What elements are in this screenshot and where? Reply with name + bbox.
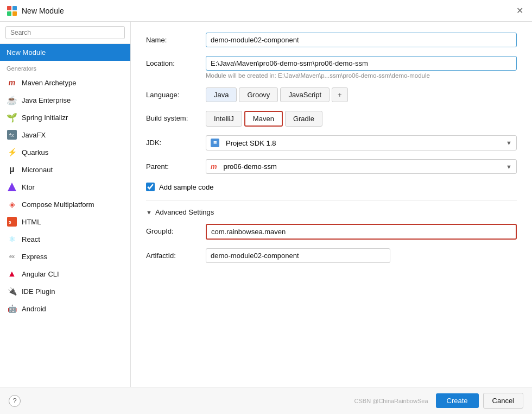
svg-rect-1 — [12, 6, 17, 10]
sidebar-item-react[interactable]: ⚛ React — [0, 230, 130, 248]
add-sample-checkbox[interactable] — [146, 183, 155, 191]
jdk-control: ☰ Project SDK 1.8 ▼ — [206, 135, 517, 150]
sidebar-item-compose-multiplatform[interactable]: ◈ Compose Multiplatform — [0, 196, 130, 213]
sidebar-item-android[interactable]: 🤖 Android — [0, 300, 130, 317]
sidebar-label-spring-initializr: Spring Initializr — [22, 114, 68, 122]
name-control — [206, 33, 517, 47]
micronaut-icon: μ — [7, 164, 17, 175]
artifactid-row: ArtifactId: — [146, 248, 517, 263]
add-sample-label[interactable]: Add sample code — [159, 183, 213, 191]
language-btn-group: Java Groovy JavaScript + — [206, 87, 517, 102]
sidebar-item-javafx[interactable]: fx JavaFX — [0, 126, 130, 143]
ide-plugin-icon: 🔌 — [7, 286, 17, 297]
sidebar-selected-item[interactable]: New Module — [0, 44, 130, 61]
watermark-text: CSBN @ChinaRainbowSea — [354, 398, 428, 404]
groupid-label: GroupId: — [146, 224, 206, 235]
name-input[interactable] — [206, 33, 517, 47]
language-control: Java Groovy JavaScript + — [206, 87, 517, 102]
sidebar-label-compose: Compose Multiplatform — [22, 200, 94, 209]
sample-code-row: Add sample code — [146, 183, 517, 191]
sidebar-item-java-enterprise[interactable]: ☕ Java Enterprise — [0, 91, 130, 109]
svg-text:fx: fx — [9, 133, 14, 138]
sidebar-item-ktor[interactable]: Ktor — [0, 178, 130, 196]
java-enterprise-icon: ☕ — [7, 95, 17, 105]
html-icon: 5 — [7, 216, 17, 227]
build-control: IntelliJ Maven Gradle — [206, 111, 517, 127]
svg-rect-2 — [7, 11, 11, 16]
sidebar-label-micronaut: Micronaut — [22, 166, 53, 174]
sidebar-label-ktor: Ktor — [22, 183, 35, 191]
dialog-title: New Module — [22, 7, 64, 15]
build-gradle-btn[interactable]: Gradle — [285, 111, 322, 127]
build-btn-group: IntelliJ Maven Gradle — [206, 111, 517, 127]
location-control: Module will be created in: E:\Java\Maven… — [206, 56, 517, 79]
advanced-settings-toggle[interactable]: ▼ Advanced Settings — [146, 208, 517, 216]
artifactid-label: ArtifactId: — [146, 248, 206, 260]
location-input[interactable] — [206, 56, 517, 71]
create-button[interactable]: Create — [436, 393, 479, 408]
sidebar-item-micronaut[interactable]: μ Micronaut — [0, 161, 130, 178]
main-content: Name: Location: Module will be created i… — [131, 22, 532, 387]
dialog-footer: ? CSBN @ChinaRainbowSea Create Cancel — [0, 387, 532, 414]
search-input[interactable] — [5, 26, 125, 39]
build-maven-btn[interactable]: Maven — [244, 111, 283, 127]
language-row: Language: Java Groovy JavaScript + — [146, 87, 517, 102]
footer-right: CSBN @ChinaRainbowSea Create Cancel — [354, 393, 523, 409]
sidebar-item-maven-archetype[interactable]: m Maven Archetype — [0, 74, 130, 91]
language-label: Language: — [146, 87, 206, 99]
new-module-dialog: New Module ✕ New Module Generators m Mav… — [0, 0, 532, 414]
footer-left: ? — [9, 395, 21, 407]
parent-value: m pro06-demo-ssm — [211, 162, 277, 171]
parent-maven-icon: m — [211, 162, 217, 171]
react-icon: ⚛ — [7, 234, 17, 244]
parent-row: Parent: m pro06-demo-ssm ▼ — [146, 159, 517, 174]
language-add-btn[interactable]: + — [332, 87, 348, 102]
javafx-icon: fx — [7, 129, 17, 140]
ktor-icon — [7, 181, 17, 192]
sidebar-item-express[interactable]: ex Express — [0, 248, 130, 265]
jdk-icon: ☰ — [211, 139, 219, 147]
sidebar-label-html: HTML — [22, 218, 41, 226]
dialog-icon — [7, 5, 17, 16]
language-javascript-btn[interactable]: JavaScript — [280, 87, 330, 102]
parent-chevron-icon: ▼ — [506, 164, 512, 170]
parent-select[interactable]: m pro06-demo-ssm ▼ — [206, 159, 517, 174]
artifactid-input[interactable] — [206, 248, 390, 263]
maven-archetype-icon: m — [7, 77, 17, 88]
location-label: Location: — [146, 56, 206, 67]
jdk-select[interactable]: ☰ Project SDK 1.8 ▼ — [206, 135, 517, 150]
location-hint: Module will be created in: E:\Java\Maven… — [206, 72, 517, 79]
svg-rect-0 — [7, 6, 11, 10]
jdk-row: JDK: ☰ Project SDK 1.8 ▼ — [146, 135, 517, 150]
language-java-btn[interactable]: Java — [206, 87, 237, 102]
name-row: Name: — [146, 33, 517, 47]
cancel-button[interactable]: Cancel — [483, 393, 523, 409]
sidebar-label-quarkus: Quarkus — [22, 148, 48, 156]
angular-icon: ▲ — [7, 268, 17, 279]
sidebar-item-quarkus[interactable]: ⚡ Quarkus — [0, 143, 130, 161]
groupid-row: GroupId: — [146, 224, 517, 240]
sidebar-item-spring-initializr[interactable]: 🌱 Spring Initializr — [0, 109, 130, 126]
sidebar-item-ide-plugin[interactable]: 🔌 IDE Plugin — [0, 283, 130, 300]
name-label: Name: — [146, 33, 206, 44]
build-label: Build system: — [146, 111, 206, 122]
build-intellij-btn[interactable]: IntelliJ — [206, 111, 242, 127]
sidebar-item-html[interactable]: 5 HTML — [0, 213, 130, 230]
build-row: Build system: IntelliJ Maven Gradle — [146, 111, 517, 127]
title-bar: New Module ✕ — [0, 0, 532, 22]
sidebar-label-angular: Angular CLI — [22, 270, 59, 278]
language-groovy-btn[interactable]: Groovy — [239, 87, 278, 102]
jdk-value: ☰ Project SDK 1.8 — [211, 139, 276, 147]
jdk-chevron-icon: ▼ — [506, 140, 512, 146]
help-button[interactable]: ? — [9, 395, 21, 407]
location-row: Location: Module will be created in: E:\… — [146, 56, 517, 79]
android-icon: 🤖 — [7, 303, 17, 314]
title-bar-left: New Module — [7, 5, 64, 16]
artifactid-control — [206, 248, 517, 263]
sidebar-label-ide-plugin: IDE Plugin — [22, 287, 55, 296]
close-button[interactable]: ✕ — [514, 5, 525, 17]
spring-initializr-icon: 🌱 — [7, 112, 17, 123]
sidebar-label-android: Android — [22, 305, 46, 313]
sidebar-item-angular-cli[interactable]: ▲ Angular CLI — [0, 265, 130, 283]
groupid-input[interactable] — [206, 224, 517, 240]
